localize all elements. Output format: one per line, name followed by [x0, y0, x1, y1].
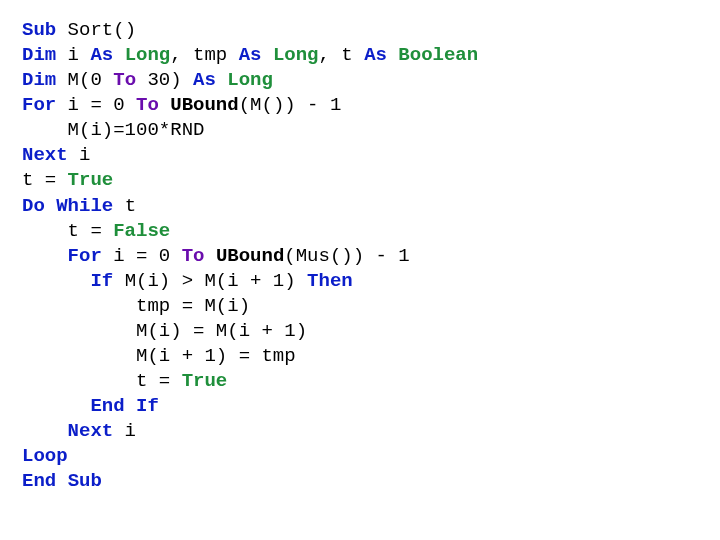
kw-if: If: [90, 270, 113, 292]
code-line: Sub Sort(): [22, 19, 136, 41]
kw-next: Next: [22, 144, 68, 166]
kw-as: As: [364, 44, 387, 66]
kw-next: Next: [68, 420, 114, 442]
code-line: Do While t: [22, 195, 136, 217]
code-line: Dim M(0 To 30) As Long: [22, 69, 273, 91]
proc-name: Sort(): [56, 19, 136, 41]
kw-dim: Dim: [22, 44, 56, 66]
kw-while: While: [56, 195, 113, 217]
code-block: Sub Sort() Dim i As Long, tmp As Long, t…: [0, 0, 720, 512]
kw-end: End: [22, 470, 56, 492]
code-line: End Sub: [22, 470, 102, 492]
fn-ubound: UBound: [170, 94, 238, 116]
code-line: t = True: [22, 370, 227, 392]
kw-end: End: [90, 395, 124, 417]
kw-do: Do: [22, 195, 45, 217]
kw-then: Then: [307, 270, 353, 292]
code-line: For i = 0 To UBound(Mus()) - 1: [22, 245, 410, 267]
kw-loop: Loop: [22, 445, 68, 467]
kw-sub: Sub: [68, 470, 102, 492]
kw-to: To: [136, 94, 159, 116]
kw-for: For: [22, 94, 56, 116]
kw-as: As: [239, 44, 262, 66]
code-line: If M(i) > M(i + 1) Then: [22, 270, 353, 292]
code-line: t = False: [22, 220, 170, 242]
fn-ubound: UBound: [216, 245, 284, 267]
kw-to: To: [182, 245, 205, 267]
kw-to: To: [113, 69, 136, 91]
type-long: Long: [227, 69, 273, 91]
type-boolean: Boolean: [398, 44, 478, 66]
code-line: M(i)=100*RND: [22, 119, 204, 141]
type-long: Long: [273, 44, 319, 66]
code-line: tmp = M(i): [22, 295, 250, 317]
kw-if: If: [136, 395, 159, 417]
kw-as: As: [193, 69, 216, 91]
code-line: Next i: [22, 144, 90, 166]
code-line: For i = 0 To UBound(M()) - 1: [22, 94, 341, 116]
kw-true: True: [182, 370, 228, 392]
type-long: Long: [125, 44, 171, 66]
code-line: Next i: [22, 420, 136, 442]
kw-dim: Dim: [22, 69, 56, 91]
code-line: M(i) = M(i + 1): [22, 320, 307, 342]
kw-sub: Sub: [22, 19, 56, 41]
code-line: Loop: [22, 445, 68, 467]
code-line: M(i + 1) = tmp: [22, 345, 296, 367]
kw-false: False: [113, 220, 170, 242]
code-line: Dim i As Long, tmp As Long, t As Boolean: [22, 44, 478, 66]
kw-for: For: [68, 245, 102, 267]
code-line: End If: [22, 395, 159, 417]
code-line: t = True: [22, 169, 113, 191]
kw-true: True: [68, 169, 114, 191]
kw-as: As: [90, 44, 113, 66]
